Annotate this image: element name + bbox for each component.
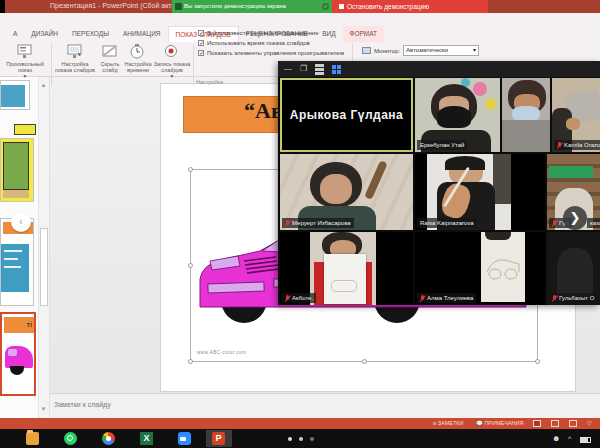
record-show-icon [163, 44, 181, 59]
page-dot[interactable] [310, 437, 314, 441]
participant-name: Акботе. [282, 293, 316, 303]
normal-view-icon[interactable] [533, 420, 541, 427]
page-dot[interactable] [299, 437, 303, 441]
slideshow-view-icon[interactable]: ▽ [587, 420, 595, 427]
comments-toggle[interactable]: 💬 ПРИМЕЧАНИЯ [476, 418, 523, 429]
video-tile-arykova: Арыкова Гүлдана [280, 78, 413, 152]
notes-placeholder: Заметки к слайду [54, 401, 111, 408]
participant-name: Kamila Orazo [554, 140, 600, 150]
monitor-setting: Монитор: Автоматически▾ [362, 45, 479, 56]
muted-mic-icon [285, 295, 290, 302]
selection-handle[interactable] [188, 263, 193, 268]
checkbox-icon [198, 50, 204, 56]
ribbon-group-label: Настройка [196, 79, 223, 85]
next-gallery-page-button[interactable]: ❯ [563, 206, 587, 230]
selection-handle[interactable] [535, 359, 540, 364]
monitor-icon [362, 47, 371, 54]
page-dot[interactable] [288, 437, 292, 441]
speaker-view-icon[interactable] [315, 64, 324, 75]
tab-partial[interactable]: А [6, 26, 24, 42]
powerpoint-icon[interactable]: P [212, 432, 225, 445]
hide-slide-button[interactable]: Скрыть слайд [97, 44, 123, 73]
zoom-window-titlebar: — ❐ [278, 61, 600, 77]
checkbox-show-controls[interactable]: Показать элементы управления проигрывате… [198, 49, 344, 57]
zoom-icon[interactable] [178, 432, 191, 445]
video-tile-akbote: Акботе. [280, 232, 413, 305]
slide-thumbnail-1[interactable] [0, 80, 30, 110]
custom-show-button[interactable]: Произвольный показ▾ [2, 44, 48, 79]
check-circle-icon: ✓ [322, 3, 329, 10]
video-tile-raisa: Raisa Kaipnazarova [415, 154, 545, 230]
battery-icon[interactable] [580, 437, 591, 443]
excel-icon[interactable]: X [140, 432, 153, 445]
image-watermark: www.ABC-color.com [197, 350, 246, 355]
checkbox-play-narration[interactable]: Воспроизвести речевое сопровождение [198, 29, 319, 37]
collapse-panel-button[interactable]: ‹ [11, 212, 31, 232]
custom-show-icon [16, 44, 34, 59]
video-tile-gulbakhyt: Гульбахыт О [547, 232, 600, 305]
stop-share-button[interactable]: Остановить демонстрацию [332, 0, 488, 13]
folder-icon[interactable] [26, 432, 39, 445]
muted-mic-icon [420, 295, 425, 302]
muted-mic-icon [285, 220, 290, 227]
tab-design[interactable]: ДИЗАЙН [24, 26, 65, 42]
tab-animations[interactable]: АНИМАЦИЯ [116, 26, 168, 42]
desktop: Презентация1 - PowerPoint (Сбой актива В… [0, 0, 600, 448]
screenshare-started-banner: Вы запустили демонстрацию экрана ✓ [172, 0, 332, 13]
video-tile-erkebulan: Еркебулан Утай [415, 78, 500, 152]
participant-name: Арыкова Гүлдана [282, 80, 411, 150]
rehearse-timings-icon [129, 44, 147, 59]
video-tile-masked-man [502, 78, 550, 152]
participant-name: Еркебулан Утай [417, 140, 467, 150]
reading-view-icon[interactable] [569, 420, 577, 427]
muted-mic-icon [552, 220, 557, 227]
participant-name: каза [587, 218, 600, 228]
scrollbar-thumb[interactable] [40, 228, 48, 306]
checkbox-icon [198, 40, 204, 46]
muted-mic-icon [552, 295, 557, 302]
checkbox-icon [198, 30, 204, 36]
participant-name: Гульбахыт О [549, 293, 597, 303]
slide-thumbnail-2[interactable] [0, 138, 34, 202]
zoom-meeting-window: — ❐ Арыкова Гүлдана Еркебулан Утай [278, 61, 600, 305]
checkbox-use-timings[interactable]: Использовать время показа слайдов [198, 39, 310, 47]
tab-view[interactable]: ВИД [315, 26, 342, 42]
rehearse-timings-button[interactable]: Настройка времени [124, 44, 152, 73]
scroll-up-icon[interactable]: ▲ [39, 80, 48, 90]
record-show-button[interactable]: Запись показа слайдов▾ [153, 44, 191, 79]
selection-handle[interactable] [188, 167, 193, 172]
restore-icon[interactable]: ❐ [300, 65, 307, 73]
selection-handle[interactable] [188, 359, 193, 364]
camera-icon [175, 3, 182, 10]
tab-format[interactable]: ФОРМАТ [343, 26, 384, 42]
ribbon-tabs: А ДИЗАЙН ПЕРЕХОДЫ АНИМАЦИЯ ПОКАЗ СЛАЙДОВ… [6, 26, 384, 42]
monitor-dropdown[interactable]: Автоматически▾ [403, 45, 479, 56]
minimize-icon[interactable]: — [284, 65, 292, 73]
window-title: Презентация1 - PowerPoint (Сбой актива [50, 2, 183, 9]
setup-show-icon [66, 44, 84, 59]
tab-transitions[interactable]: ПЕРЕХОДЫ [65, 26, 116, 42]
notes-toggle[interactable]: ≡ ЗАМЕТКИ [433, 418, 464, 429]
gallery-view-icon[interactable] [332, 65, 341, 74]
slide-thumbnail-2-tab [14, 124, 36, 135]
whatsapp-icon[interactable] [64, 432, 77, 445]
video-tile-kamila: Kamila Orazo [552, 78, 600, 152]
muted-mic-icon [557, 142, 562, 149]
slide-thumbnail-4-selected[interactable]: ті [0, 312, 36, 396]
chevron-down-icon: ▾ [473, 46, 476, 55]
participant-name: Меруерт Избасарова [282, 218, 354, 228]
chrome-icon[interactable] [102, 432, 115, 445]
participant-name: Алма Тлеулиева [417, 293, 476, 303]
notes-pane[interactable]: Заметки к слайду [50, 393, 600, 418]
status-bar: ≡ ЗАМЕТКИ 💬 ПРИМЕЧАНИЯ ▽ [0, 418, 600, 429]
slide-sorter-view-icon[interactable] [551, 420, 559, 427]
participant-name: Raisa Kaipnazarova [417, 218, 477, 228]
taskbar: X P ☻ ^ [0, 429, 600, 448]
video-tile-meruert: Меруерт Избасарова [280, 154, 413, 230]
hide-slide-icon [101, 44, 119, 59]
scroll-down-icon[interactable]: ▼ [39, 404, 48, 414]
selection-handle[interactable] [362, 359, 367, 364]
setup-show-button[interactable]: Настройка показа слайдов [54, 44, 96, 73]
people-icon[interactable]: ☻ [552, 435, 560, 443]
chevron-up-icon[interactable]: ^ [568, 435, 571, 442]
